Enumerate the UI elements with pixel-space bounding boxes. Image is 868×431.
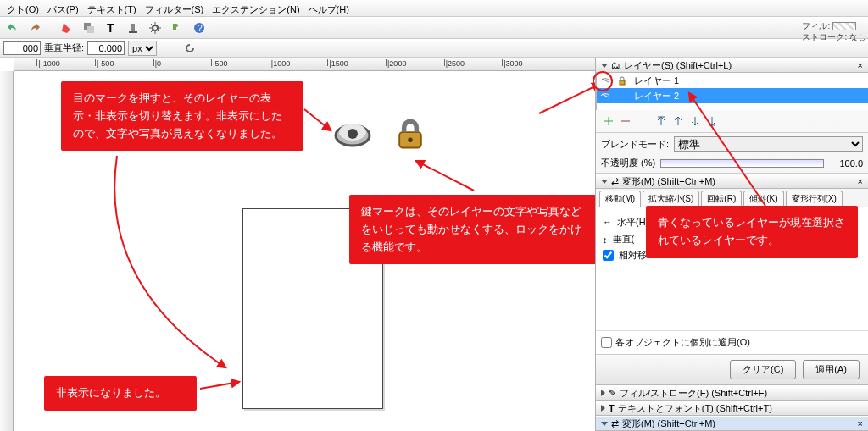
ruler-horizontal: |-1000 |-500 |0 |500 |1000 |1500 |2000 |… bbox=[14, 58, 595, 71]
layer-list[interactable]: レイヤー 1 レイヤー 2 bbox=[596, 73, 868, 110]
textfont-panel-header[interactable]: Tテキストとフォント(T) (Shift+Ctrl+T) bbox=[596, 401, 868, 416]
transform-panel-header[interactable]: ⇄ 変形(M) (Shift+Ctrl+M) × bbox=[596, 174, 868, 189]
canvas[interactable]: |-1000 |-500 |0 |500 |1000 |1500 |2000 |… bbox=[0, 58, 595, 431]
layer-up-button[interactable] bbox=[670, 113, 686, 129]
menu-help[interactable]: ヘルプ(H) bbox=[305, 2, 353, 14]
svg-line-15 bbox=[200, 382, 239, 389]
reset-icon[interactable] bbox=[181, 39, 199, 58]
close-icon[interactable]: × bbox=[858, 60, 863, 70]
layer-down-button[interactable] bbox=[687, 113, 703, 129]
blend-select[interactable]: 標準 bbox=[674, 136, 863, 152]
relative-label: 相対移 bbox=[619, 249, 647, 262]
svg-point-5 bbox=[153, 25, 158, 30]
add-layer-button[interactable] bbox=[601, 113, 616, 129]
tab-rotate[interactable]: 回転(R) bbox=[701, 191, 742, 207]
layer-row-1[interactable]: レイヤー 1 bbox=[597, 73, 868, 88]
v-label: 垂直( bbox=[613, 233, 635, 246]
tab-scale[interactable]: 拡大縮小(S) bbox=[643, 191, 699, 207]
clone-icon[interactable] bbox=[80, 19, 98, 37]
coord-field-1[interactable] bbox=[3, 41, 41, 55]
side-panel: フィル: ストローク: なし 🗂 レイヤー(S) (Shift+Ctrl+L) … bbox=[595, 58, 868, 431]
gear-icon[interactable] bbox=[146, 19, 164, 37]
coord-label: 垂直半径: bbox=[44, 41, 84, 54]
svg-text:?: ? bbox=[198, 24, 203, 33]
eye-icon bbox=[332, 115, 373, 157]
svg-rect-4 bbox=[131, 24, 135, 31]
lock-icon bbox=[392, 115, 429, 154]
marker-icon[interactable] bbox=[58, 19, 76, 37]
coord-unit[interactable]: px bbox=[128, 41, 157, 56]
stamp-icon[interactable] bbox=[124, 19, 142, 37]
layer-tools bbox=[596, 110, 868, 133]
svg-point-10 bbox=[348, 129, 358, 139]
callout-eye: 目のマークを押すと、そのレイヤーの表示・非表示を切り替えます。非表示にしたので、… bbox=[61, 81, 303, 151]
menu-path[interactable]: パス(P) bbox=[44, 2, 82, 14]
relative-checkbox[interactable] bbox=[603, 250, 614, 261]
text-icon[interactable]: T bbox=[102, 19, 120, 37]
layer-row-2[interactable]: レイヤー 2 bbox=[597, 88, 868, 103]
callout-lock: 鍵マークは、そのレイヤーの文字や写真などをいじっても動かせなくする、ロックをかけ… bbox=[349, 195, 595, 264]
svg-rect-1 bbox=[87, 26, 94, 33]
layer-label: レイヤー 2 bbox=[634, 90, 679, 102]
close-icon[interactable]: × bbox=[858, 418, 863, 428]
tab-matrix[interactable]: 変形行列(X) bbox=[786, 191, 843, 207]
apply-each-checkbox[interactable] bbox=[601, 337, 612, 348]
clear-button[interactable]: クリア(C) bbox=[730, 360, 796, 379]
tab-move[interactable]: 移動(M) bbox=[599, 191, 641, 207]
coord-field-2[interactable] bbox=[87, 41, 125, 55]
help-icon[interactable]: ? bbox=[190, 19, 209, 37]
transform-tabs: 移動(M) 拡大縮小(S) 回転(R) 傾斜(K) 変形行列(X) bbox=[596, 189, 868, 207]
svg-text:T: T bbox=[107, 21, 114, 35]
layer-bottom-button[interactable] bbox=[704, 113, 720, 129]
button-row: クリア(C) 適用(A) bbox=[596, 354, 868, 384]
layers-panel-header[interactable]: 🗂 レイヤー(S) (Shift+Ctrl+L) × bbox=[596, 58, 868, 73]
menubar[interactable]: クト(O) パス(P) テキスト(T) フィルター(S) エクステンション(N)… bbox=[0, 0, 868, 17]
menu-ext[interactable]: エクステンション(N) bbox=[209, 2, 303, 14]
svg-line-14 bbox=[416, 161, 474, 191]
svg-line-13 bbox=[304, 109, 331, 130]
svg-rect-3 bbox=[129, 31, 137, 33]
menu-object[interactable]: クト(O) bbox=[3, 2, 42, 14]
redo-button[interactable] bbox=[25, 19, 44, 37]
callout-hidden: 非表示になりました。 bbox=[44, 376, 197, 411]
ruler-vertical bbox=[0, 71, 14, 431]
close-icon[interactable]: × bbox=[858, 176, 863, 186]
lock-small-icon[interactable] bbox=[617, 75, 627, 86]
layer-top-button[interactable] bbox=[654, 113, 669, 129]
fill-stroke-indicator: フィル: ストローク: なし bbox=[802, 20, 866, 42]
eye-closed-icon[interactable] bbox=[600, 91, 610, 101]
layer-label: レイヤー 1 bbox=[634, 75, 679, 87]
transform2-panel-header[interactable]: ⇄変形(M) (Shift+Ctrl+M)× bbox=[596, 416, 868, 431]
blend-mode-row: ブレンドモード: 標準 bbox=[596, 133, 868, 155]
svg-line-16 bbox=[539, 84, 595, 113]
apply-each-label: 各オブジェクトに個別に適用(O) bbox=[615, 336, 750, 349]
svg-rect-17 bbox=[620, 80, 625, 85]
puzzle-icon[interactable] bbox=[168, 19, 186, 37]
coord-bar: 垂直半径: px bbox=[0, 39, 868, 58]
opacity-label: 不透明度 (%) bbox=[601, 157, 655, 169]
undo-button[interactable] bbox=[3, 19, 22, 37]
apply-button[interactable]: 適用(A) bbox=[803, 360, 860, 379]
menu-text[interactable]: テキスト(T) bbox=[84, 2, 140, 14]
tab-skew[interactable]: 傾斜(K) bbox=[743, 191, 783, 207]
opacity-row: 不透明度 (%) 100.0 bbox=[596, 155, 868, 174]
apply-each-row: 各オブジェクトに個別に適用(O) bbox=[596, 330, 868, 354]
blend-label: ブレンドモード: bbox=[601, 138, 669, 151]
menu-filter[interactable]: フィルター(S) bbox=[142, 2, 208, 14]
toolbar: T ? bbox=[0, 17, 868, 39]
callout-blue: 青くなっているレイヤーが現在選択されているレイヤーです。 bbox=[646, 206, 858, 258]
fillstroke-panel-header[interactable]: ✎フィル/ストローク(F) (Shift+Ctrl+F) bbox=[596, 385, 868, 401]
opacity-slider[interactable] bbox=[660, 159, 824, 168]
svg-point-12 bbox=[408, 138, 413, 143]
eye-closed-icon[interactable] bbox=[600, 75, 610, 86]
remove-layer-button[interactable] bbox=[618, 113, 633, 129]
opacity-value: 100.0 bbox=[829, 158, 863, 169]
